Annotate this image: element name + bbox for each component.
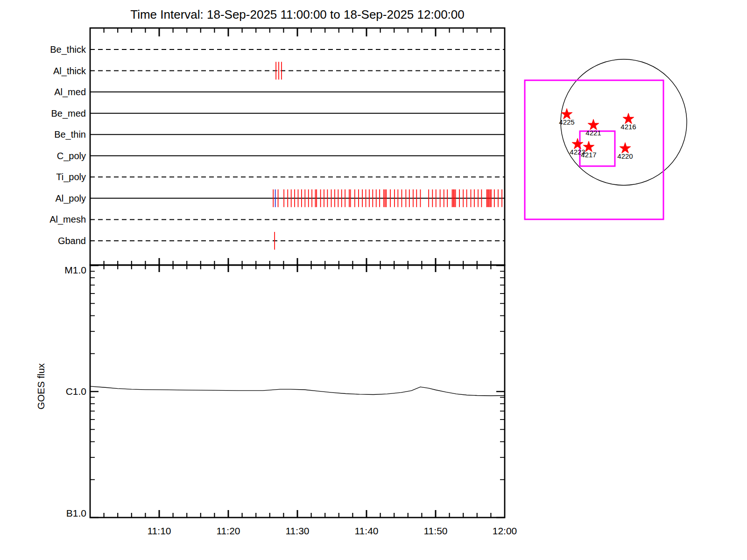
fov-box-outer (525, 80, 663, 219)
active-region-star (572, 139, 583, 149)
solar-context-panel: 422542214216422342174220 (525, 59, 687, 219)
active-region-star (623, 113, 634, 124)
filter-row-label: Ti_poly (56, 172, 86, 182)
active-region-label: 4225 (559, 118, 574, 126)
active-region-label: 4216 (620, 123, 636, 131)
active-region-star (620, 143, 631, 154)
filter-timeline-panel: Be_thickAl_thickAl_medBe_medBe_thinC_pol… (49, 28, 505, 265)
goes-xtick-label: 12:00 (493, 525, 517, 536)
filter-row-label: C_poly (57, 151, 86, 161)
filter-row-label: Al_med (54, 87, 86, 98)
solar-observation-figure: Time Interval: 18-Sep-2025 11:00:00 to 1… (0, 0, 747, 560)
goes-flux-panel: 11:1011:2011:3011:4011:5012:00M1.0C1.0B1… (35, 258, 517, 536)
goes-xtick-label: 11:10 (148, 525, 171, 536)
active-region-star (561, 109, 572, 119)
goes-ytick-label: M1.0 (64, 265, 86, 275)
timeline-frame (90, 28, 505, 265)
filter-row-label: Al_poly (55, 193, 86, 204)
active-region-label: 4217 (581, 151, 596, 159)
goes-xtick-label: 11:20 (217, 525, 240, 536)
goes-flux-curve (90, 386, 505, 396)
filter-row-label: Gband (58, 236, 86, 246)
active-region-label: 4220 (617, 152, 633, 160)
goes-ytick-label: C1.0 (66, 386, 86, 397)
goes-ytick-label: B1.0 (66, 508, 86, 518)
filter-row-label: Be_thick (50, 44, 86, 55)
goes-axis-title: GOES flux (35, 363, 46, 410)
figure-canvas: Be_thickAl_thickAl_medBe_medBe_thinC_pol… (0, 0, 747, 560)
filter-row-label: Be_med (51, 108, 86, 119)
goes-xtick-label: 11:50 (424, 525, 448, 536)
goes-xtick-label: 11:40 (355, 525, 379, 536)
filter-row-label: Be_thin (54, 129, 86, 140)
active-region-star (588, 119, 599, 130)
filter-row-label: Al_mesh (49, 214, 86, 225)
active-region-label: 4221 (585, 129, 601, 137)
goes-xtick-label: 11:30 (286, 525, 310, 536)
filter-row-label: Al_thick (53, 66, 86, 77)
